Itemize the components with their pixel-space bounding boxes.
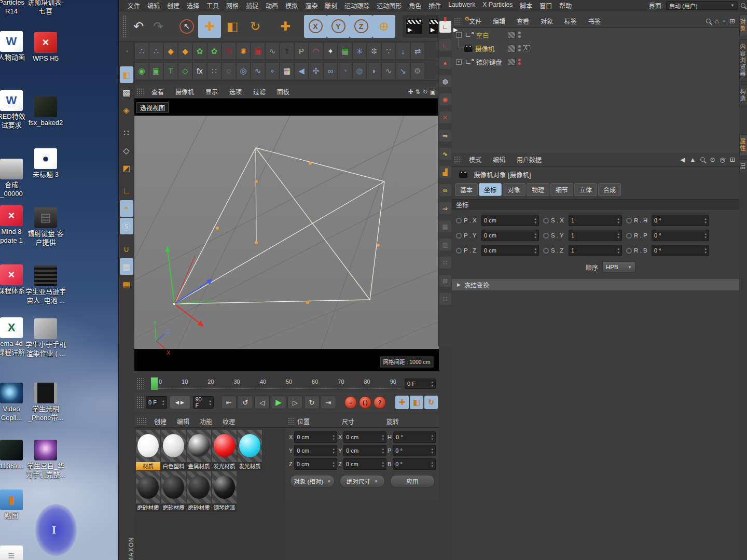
desktop-icon[interactable]: 讲师培训表- 七喜 <box>22 0 69 16</box>
toolbar-icon[interactable]: ✦ <box>323 43 338 60</box>
material-menu-item[interactable]: 功能 <box>195 417 217 426</box>
viewport-label[interactable]: 透视视图 <box>136 102 169 113</box>
material-item[interactable]: 材质 <box>136 430 160 470</box>
target-icon[interactable]: ◎ <box>720 156 725 163</box>
desktop-icon[interactable]: fsx_baked2 <box>22 96 69 128</box>
viewport-menu-item[interactable]: 选项 <box>224 87 247 96</box>
undo-button[interactable]: ↶ <box>129 15 148 38</box>
delete-keyframe-icon[interactable]: ✕ <box>439 111 451 123</box>
coordinate-input[interactable]: 0 cm ▴ ▾ <box>294 458 337 470</box>
psr-record-icon[interactable]: ⇒ <box>439 202 451 214</box>
range-start-field[interactable]: 0 F ▴ ▾ <box>146 396 167 409</box>
workplane-mode-icon[interactable]: ◈ <box>120 102 133 118</box>
menu-item[interactable]: 选择 <box>183 1 203 10</box>
keyframe-dot-icon[interactable] <box>543 233 549 239</box>
toolbar-icon[interactable]: T <box>280 43 294 60</box>
object-row-null[interactable]: − ∟o 空白 <box>452 28 739 41</box>
coordinate-input[interactable]: 0 cm ▴ ▾ <box>343 445 386 456</box>
attribute-tab[interactable]: 合成 <box>598 183 621 196</box>
camera-tag-icon[interactable] <box>523 45 530 51</box>
coordinate-input[interactable]: 0 ° ▴ ▾ <box>393 445 436 456</box>
material-menu-item[interactable]: 创建 <box>149 417 172 426</box>
keyframe-dot-icon[interactable] <box>543 218 549 223</box>
stepper-icon[interactable]: ▴ ▾ <box>333 433 335 441</box>
coordinates-icon[interactable]: ∟ <box>439 21 451 33</box>
toolbar-icon[interactable]: T <box>163 62 178 79</box>
current-frame-field[interactable]: 0 F ▴ ▾ <box>405 379 436 389</box>
keyframe-dot-icon[interactable] <box>456 218 462 223</box>
panel-grip[interactable] <box>136 377 144 390</box>
toolbar-icon[interactable]: B <box>222 43 236 60</box>
coordinate-input[interactable]: 0 cm ▴ ▾ <box>343 458 386 470</box>
toolbar-icon[interactable]: ⇄ <box>410 43 425 60</box>
stepper-icon[interactable]: ▴ ▾ <box>162 399 164 406</box>
keyframe-dot-icon[interactable] <box>456 233 462 239</box>
attribute-input[interactable]: 0 ° ▴ ▾ <box>652 230 709 241</box>
material-item[interactable]: 磨砂材质 <box>187 471 211 512</box>
polygons-mode-icon[interactable]: ◩ <box>120 160 133 176</box>
visibility-dots-icon[interactable] <box>518 32 521 38</box>
menu-item[interactable]: 帮助 <box>556 1 575 10</box>
desktop-icon[interactable]: 学生小于手机 渲染作业 ( ... <box>22 318 69 358</box>
object-menu-item[interactable]: 标签 <box>559 17 583 25</box>
autokey-position-button[interactable]: ✚ <box>395 396 409 409</box>
axis-mode-icon[interactable]: ∟ <box>120 183 133 199</box>
stepper-icon[interactable]: ▴ ▾ <box>382 447 384 454</box>
stepper-icon[interactable]: ▴ ▾ <box>704 247 707 254</box>
desktop-icon[interactable]: ≡ <box>0 545 35 560</box>
desktop-icon[interactable]: ● 未标题 3 <box>22 148 69 179</box>
stepper-icon[interactable]: ▴ ▾ <box>534 247 536 254</box>
freeze-transform-section[interactable]: ▶ 冻结变换 <box>452 279 739 290</box>
redo-button[interactable]: ↷ <box>148 15 168 38</box>
next-frame-button[interactable]: ▷ <box>287 396 303 409</box>
material-menu-item[interactable]: 纹理 <box>217 417 240 426</box>
expand-toggle[interactable]: + <box>456 59 462 65</box>
toolbar-icon[interactable]: ∵ <box>381 43 396 60</box>
points-mode-icon[interactable]: ∷ <box>120 124 133 141</box>
toolbar-icon[interactable]: ◆ <box>178 43 192 60</box>
keyframe-dot-icon[interactable] <box>626 248 632 254</box>
coordinate-input[interactable]: 0 ° ▴ ▾ <box>393 458 436 470</box>
keyframe-white-icon[interactable]: ◍ <box>439 75 451 87</box>
toolbar-icon[interactable]: ▦ <box>338 43 352 60</box>
toolbar-icon[interactable]: ▦ <box>280 62 294 79</box>
visibility-dots-icon[interactable] <box>518 59 521 65</box>
dim-cross-icon[interactable]: ⊠ <box>439 275 451 287</box>
y-axis-toggle[interactable]: Y <box>327 15 350 38</box>
model-mode-icon[interactable]: ◧ <box>120 66 133 83</box>
attribute-input[interactable]: 0 ° ▴ ▾ <box>652 245 709 256</box>
toolbar-icon[interactable]: ∿ <box>381 62 396 79</box>
history-back-icon[interactable]: ◀ <box>680 156 685 163</box>
toolbar-icon[interactable]: ◆ <box>163 43 178 60</box>
axis-lock-icon[interactable]: ∟ <box>439 39 451 51</box>
autokey-scale-button[interactable]: ◧ <box>410 396 423 409</box>
menu-item[interactable]: 运动图形 <box>373 1 405 10</box>
current-frame-marker[interactable] <box>151 377 158 390</box>
dim-slider-icon[interactable]: ▥ <box>439 239 451 250</box>
stepper-icon[interactable]: ▴ ▾ <box>333 447 335 454</box>
edges-mode-icon[interactable]: ◇ <box>120 142 133 159</box>
toolbar-icon[interactable]: ▣ <box>251 43 265 60</box>
timeline-bars-icon[interactable]: ▟ <box>439 166 451 178</box>
toolbar-icon[interactable]: ◔ <box>338 62 352 79</box>
toolbar-icon[interactable]: ✺ <box>236 43 251 60</box>
material-item[interactable]: 发光材质 <box>212 430 237 470</box>
toolbar-icon[interactable]: ↓ <box>396 43 410 60</box>
side-panel-tab[interactable]: 内容浏览器 <box>739 39 747 81</box>
toolbar-grip[interactable] <box>122 15 127 38</box>
view-move-icon[interactable]: ✚ <box>408 88 413 95</box>
range-end-field[interactable]: 90 F ▴ ▾ <box>193 396 214 409</box>
layer-chip-icon[interactable] <box>508 58 516 66</box>
play-backwards-button[interactable]: ↺ <box>238 396 253 409</box>
record-keyframe-button[interactable]: ○ <box>344 396 357 409</box>
attribute-input[interactable]: 1 ▴ ▾ <box>569 245 622 256</box>
interface-preset-select[interactable]: 启动 (用户) ▼ <box>666 1 738 10</box>
menu-item[interactable]: 编辑 <box>144 1 163 10</box>
stepper-icon[interactable]: ▴ ▾ <box>431 380 433 387</box>
menu-item[interactable]: 脚本 <box>516 1 536 10</box>
stepper-icon[interactable]: ▴ ▾ <box>333 460 335 468</box>
stepper-icon[interactable]: ▴ ▾ <box>704 217 707 224</box>
menu-item[interactable]: 动画 <box>262 1 282 10</box>
play-forwards-button[interactable]: ↻ <box>304 396 320 409</box>
search-icon[interactable] <box>741 3 745 8</box>
